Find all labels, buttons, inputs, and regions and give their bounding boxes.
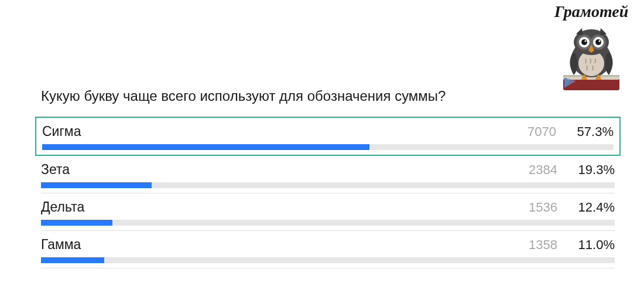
progress-track: [41, 257, 615, 263]
poll-answers: Сигма 7070 57.3% Зета 2384 19.3% Дельта …: [41, 117, 615, 268]
answer-label: Зета: [41, 162, 522, 178]
svg-point-12: [585, 40, 587, 42]
answer-count: 1536: [522, 200, 557, 215]
answer-percent: 12.4%: [574, 200, 615, 215]
progress-fill: [41, 220, 112, 226]
answer-option[interactable]: Дельта 1536 12.4%: [41, 193, 615, 230]
answer-count: 2384: [522, 162, 557, 178]
answer-label: Дельта: [41, 199, 522, 215]
progress-fill: [41, 257, 104, 263]
answer-percent: 19.3%: [574, 162, 615, 178]
progress-fill: [41, 182, 152, 188]
answer-option[interactable]: Гамма 1358 11.0%: [41, 230, 615, 268]
svg-point-13: [599, 40, 601, 42]
svg-point-10: [581, 39, 587, 45]
answer-option[interactable]: Зета 2384 19.3%: [41, 155, 615, 193]
answer-option[interactable]: Сигма 7070 57.3%: [35, 117, 621, 156]
answer-label: Сигма: [42, 124, 521, 139]
progress-fill: [42, 144, 369, 150]
answer-count: 7070: [521, 124, 556, 139]
answer-count: 1358: [522, 237, 557, 253]
answer-percent: 57.3%: [573, 124, 614, 139]
answer-percent: 11.0%: [574, 237, 615, 253]
svg-point-11: [595, 39, 601, 45]
progress-track: [41, 182, 615, 188]
progress-track: [42, 144, 614, 150]
owl-on-book-icon: [556, 22, 626, 93]
answer-label: Гамма: [41, 237, 522, 253]
progress-track: [41, 220, 615, 226]
poll-question: Кукую букву чаще всего используют для об…: [41, 88, 446, 104]
logo-text: Грамотей: [544, 2, 638, 21]
site-logo: Грамотей: [544, 2, 638, 95]
